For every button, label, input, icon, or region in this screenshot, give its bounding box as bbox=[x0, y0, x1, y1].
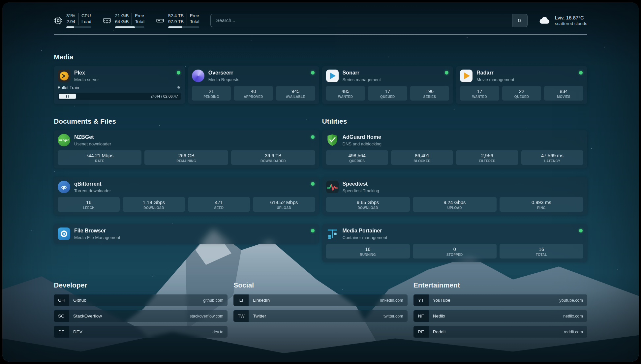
bookmark-url: dev.to bbox=[212, 330, 228, 334]
cpu-load-label: Load bbox=[81, 19, 91, 25]
bookmark-reddit[interactable]: RE Reddit reddit.com bbox=[413, 326, 587, 338]
bookmark-github[interactable]: GH Github github.com bbox=[54, 294, 228, 306]
filebrowser-card[interactable]: File Browser Media File Management bbox=[54, 224, 319, 244]
memory-widget: 21 GiB 64 GiB Free Total bbox=[103, 13, 144, 28]
stat-pending: 21 PENDING bbox=[192, 86, 231, 101]
search-input[interactable] bbox=[211, 14, 512, 27]
memory-bar bbox=[115, 26, 144, 28]
stat-ping: 0.993 ms PING bbox=[500, 197, 583, 212]
bookmark-abbr: SO bbox=[54, 310, 69, 322]
service-name: Radarr bbox=[476, 70, 514, 76]
radarr-card[interactable]: Radarr Movie management 17 WANTED 22 QUE… bbox=[456, 66, 587, 104]
filebrowser-icon bbox=[58, 228, 70, 240]
bookmark-abbr: LI bbox=[233, 294, 249, 306]
stat-wanted: 17 WANTED bbox=[460, 86, 499, 101]
stat-available: 945 AVAILABLE bbox=[276, 86, 315, 101]
playback-pause-handle[interactable] bbox=[59, 94, 76, 99]
stat-latency: 47.569 ms LATENCY bbox=[521, 150, 583, 165]
stat-approved: 40 APPROVED bbox=[234, 86, 273, 101]
bookmark-name: StackOverflow bbox=[69, 314, 190, 318]
bookmark-name: Reddit bbox=[429, 329, 564, 334]
bookmark-abbr: GH bbox=[54, 294, 69, 306]
bookmark-twitter[interactable]: TW Twitter twitter.com bbox=[233, 310, 407, 322]
service-name: File Browser bbox=[74, 228, 120, 234]
bookmark-abbr: RE bbox=[413, 326, 429, 338]
stat-leech: 16 LEECH bbox=[58, 197, 120, 212]
service-desc: Usenet downloader bbox=[74, 141, 111, 146]
disk-total: 97.9 TB bbox=[168, 19, 184, 25]
status-dot bbox=[311, 71, 315, 75]
bookmark-dev[interactable]: DT DEV dev.to bbox=[54, 326, 228, 338]
nzbget-icon: nzbget bbox=[58, 134, 70, 146]
qbittorrent-card[interactable]: qb qBittorrent Torrent downloader 16 bbox=[54, 177, 319, 215]
bookmark-url: github.com bbox=[203, 298, 228, 303]
memory-free-label: Free bbox=[135, 13, 144, 19]
service-name: Overseerr bbox=[208, 70, 239, 76]
disk-icon bbox=[156, 16, 165, 25]
bookmark-url: youtube.com bbox=[559, 298, 587, 303]
bookmark-name: Netflix bbox=[429, 314, 564, 318]
nzbget-card[interactable]: nzbget NZBGet Usenet downloader 744.21 M… bbox=[54, 130, 319, 168]
stat-movies: 834 MOVIES bbox=[544, 86, 583, 101]
bookmark-linkedin[interactable]: LI LinkedIn linkedin.com bbox=[233, 294, 407, 306]
stat-total: 16 TOTAL bbox=[500, 244, 583, 258]
stat-upload: 618.52 Mbps UPLOAD bbox=[253, 197, 315, 212]
bookmark-youtube[interactable]: YT YouTube youtube.com bbox=[413, 294, 587, 306]
stat-running: 16 RUNNING bbox=[326, 244, 410, 258]
cpu-load: 2.94 bbox=[67, 19, 75, 25]
sonarr-icon bbox=[326, 70, 339, 82]
bookmark-abbr: TW bbox=[233, 310, 249, 322]
status-dot bbox=[311, 182, 315, 186]
portainer-card[interactable]: Media Portainer Container management 16 … bbox=[322, 224, 588, 262]
social-title: Social bbox=[233, 281, 407, 289]
radarr-icon bbox=[460, 70, 473, 82]
adguard-card[interactable]: AdGuard Home DNS and adblocking 498,564 … bbox=[322, 130, 588, 168]
bookmark-url: twitter.com bbox=[383, 314, 408, 318]
weather-condition: scattered clouds bbox=[555, 21, 587, 26]
stat-wanted: 485 WANTED bbox=[326, 86, 365, 101]
cpu-widget: 31% 2.94 CPU Load bbox=[54, 13, 91, 28]
playback-time: 24:44 / 02:06:47 bbox=[151, 94, 178, 98]
disk-bar bbox=[168, 26, 199, 28]
qbittorrent-icon: qb bbox=[58, 181, 70, 193]
media-section: Media Plex Media server Bullet T bbox=[54, 53, 587, 104]
service-desc: Media File Management bbox=[74, 235, 120, 240]
bookmark-name: YouTube bbox=[429, 298, 560, 303]
dashboard-screen: 31% 2.94 CPU Load bbox=[2, 2, 639, 362]
bookmark-name: LinkedIn bbox=[249, 298, 380, 303]
service-name: AdGuard Home bbox=[343, 134, 382, 140]
entertainment-title: Entertainment bbox=[413, 281, 587, 289]
service-desc: Container management bbox=[343, 235, 387, 240]
search-provider-button[interactable]: G bbox=[512, 14, 527, 27]
weather-widget: Lviv, 16.87°C scattered clouds bbox=[539, 15, 587, 26]
social-bookmarks: Social LI LinkedIn linkedin.com TW Twitt… bbox=[233, 281, 407, 338]
gear-icon[interactable] bbox=[176, 85, 181, 90]
bookmark-stackoverflow[interactable]: SO StackOverflow stackoverflow.com bbox=[54, 310, 228, 322]
documents-section-title: Documents & Files bbox=[54, 117, 319, 125]
stat-download: 9.65 Gbps DOWNLOAD bbox=[326, 197, 410, 212]
adguard-icon bbox=[326, 134, 339, 146]
stat-queued: 17 QUEUED bbox=[368, 86, 407, 101]
service-name: Sonarr bbox=[343, 70, 381, 76]
bookmark-url: linkedin.com bbox=[380, 298, 407, 303]
playback-progress[interactable]: 24:44 / 02:06:47 bbox=[58, 93, 181, 100]
service-name: qBittorrent bbox=[74, 181, 111, 187]
developer-title: Developer bbox=[54, 281, 228, 289]
service-name: Speedtest bbox=[343, 181, 379, 187]
documents-section: Documents & Files nzbget NZBGet Usenet d… bbox=[54, 117, 319, 244]
stat-rate: 744.21 Mbps RATE bbox=[58, 150, 141, 165]
resource-widgets: 31% 2.94 CPU Load bbox=[54, 13, 199, 28]
service-name: Plex bbox=[74, 70, 99, 76]
disk-widget: 52.4 TB 97.9 TB Free Total bbox=[156, 13, 199, 28]
bookmark-netflix[interactable]: NF Netflix netflix.com bbox=[413, 310, 587, 322]
overseerr-card[interactable]: Overseerr Media Requests 21 PENDING 40 A… bbox=[188, 66, 319, 104]
bookmark-name: Github bbox=[69, 298, 203, 303]
sonarr-card[interactable]: Sonarr Series management 485 WANTED 17 Q… bbox=[322, 66, 453, 104]
plex-card[interactable]: Plex Media server Bullet Train bbox=[54, 66, 185, 104]
speedtest-card[interactable]: Speedtest Speedtest Tracking 9.65 Gbps D… bbox=[322, 177, 588, 215]
memory-free: 21 GiB bbox=[115, 13, 129, 19]
bookmark-url: stackoverflow.com bbox=[190, 314, 228, 318]
speedtest-icon bbox=[326, 181, 339, 193]
stat-downloaded: 39.6 TB DOWNLOADED bbox=[231, 150, 315, 165]
stat-upload: 9.24 Gbps UPLOAD bbox=[413, 197, 497, 212]
